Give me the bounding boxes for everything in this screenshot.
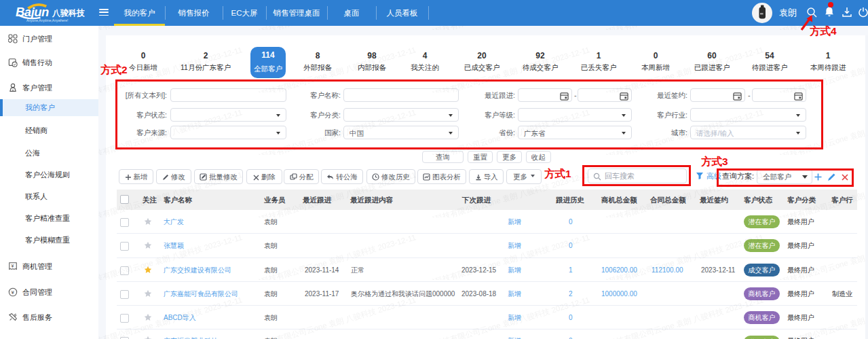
svg-text:Bajun: Bajun xyxy=(16,5,49,19)
svg-text:¥: ¥ xyxy=(12,289,15,296)
svg-text:Anyone,Anytime,Anywhere!: Anyone,Anytime,Anywhere! xyxy=(26,18,68,22)
svg-text:八骏科技: 八骏科技 xyxy=(52,8,85,18)
svg-text:¥: ¥ xyxy=(11,264,14,268)
